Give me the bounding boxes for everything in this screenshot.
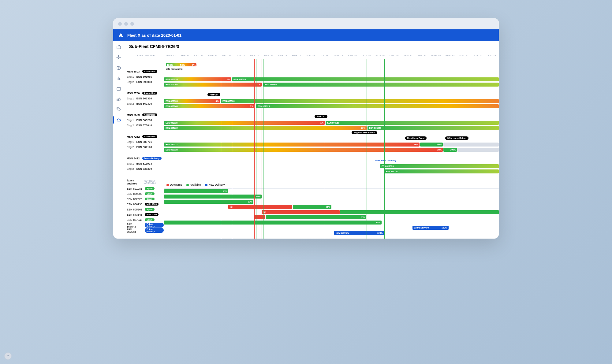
spare-bar[interactable]: 75% [293,205,331,209]
month-label: APR-25 [443,54,457,57]
month-label: SEP-23 [178,54,192,57]
legend-available: Available [190,183,201,186]
engine-bar[interactable]: ESN 8052681% [164,83,262,87]
engine-bar[interactable]: 100% [443,148,457,152]
app-window: Fleet X as of date 2023-01-01 Sub-Fleet … [113,18,499,239]
month-label: MAY-24 [289,54,304,57]
cloud-icon[interactable] [116,117,121,122]
spare-bar[interactable]: 96% [164,195,262,199]
spare-esn: ESN 867543 [127,218,142,221]
msn-name: MSN 5803 [127,70,140,73]
spare-bar[interactable] [340,210,499,214]
spare-bar[interactable]: 92% [164,200,253,204]
traffic-light-min[interactable] [124,22,128,26]
status-badge: Future delivery [145,228,164,233]
legend-0: 0% [192,64,196,66]
globe-icon[interactable] [116,65,121,70]
month-label: DEC-24 [387,54,401,57]
plane-icon[interactable] [116,55,121,60]
month-label: AUG-24 [331,54,345,57]
spare-bar[interactable]: ⊘ [262,210,340,214]
month-label: JUN-25 [471,54,485,57]
chart-icon[interactable] [116,76,121,81]
event-badge: Redelivery Event [405,136,427,140]
engine-bar[interactable]: ESN 838300 [384,169,499,173]
status-badge: Spare [145,187,154,190]
life-gradient-legend: 100% 50% 0% [166,63,196,66]
legend-downtime: Downtime [170,183,182,186]
life-remaining-label: Life remaining [166,68,183,70]
month-label: MAY-25 [457,54,471,57]
spare-esn: ESN 867543 [127,227,142,233]
main-panel: Sub-Fleet CFM56-7B26/3 LATEST ENGINE MSN… [124,41,499,239]
month-label: AUG-23 [164,54,178,57]
svg-rect-0 [117,46,121,49]
spare-esn: ESN 805268 [127,208,142,211]
engine-slot: Eng 1 [127,162,134,165]
engine-bar [457,148,499,152]
engine-slot: Eng 1 [127,75,134,78]
spare-bar[interactable]: 88% [164,221,382,225]
status-badge: Future delivery [145,223,164,228]
status-badge: Assembled [142,113,157,116]
latest-esn: ESN 838300 [136,167,152,170]
event-badge: Part Out [207,93,220,96]
status-badge: Future Delivery [142,157,162,160]
status-badge: Assembled [142,92,157,95]
briefcase-icon[interactable] [116,45,121,50]
engine-bar[interactable]: ESN 801085 [232,77,499,81]
latest-esn: ESN 811993 [136,162,152,165]
msn-name: MSN 5700 [127,92,140,95]
engine-bar[interactable]: ESN 862326 [221,99,499,103]
spare-bar[interactable]: New Delivery100% [334,231,384,235]
engine-slot: Eng 2 [127,80,134,84]
status-badge: Assembled [142,70,157,73]
latest-esn: ESN 801085 [136,75,152,78]
thumbs-up-icon[interactable] [116,97,121,102]
month-label: OCT-24 [359,54,373,57]
month-label: FEB-25 [415,54,429,57]
status-badge: Spare [145,192,154,195]
help-avatar[interactable]: ? [4,352,12,360]
msn-name: MSN 8422 [127,157,140,160]
spare-bar[interactable]: 85% [164,189,228,193]
spare-bar[interactable]: ⊘ [228,205,292,209]
spare-bar[interactable]: Spare Delivery100% [412,226,449,230]
engine-bar[interactable]: ESN 873848 [368,126,499,130]
latest-esn: ESN 885721 [136,140,152,143]
engine-bar[interactable]: ESN 805268 [326,121,499,125]
engine-bar[interactable]: ESN 80572226% [164,126,367,130]
spare-bar[interactable]: 70% [266,215,366,219]
svg-rect-2 [117,87,121,90]
current-assembly-label: CURRENT ASSEMBLY [144,180,161,184]
folder-icon[interactable] [116,86,121,91]
spare-esn: ESN 801085 [127,187,142,190]
engine-bar[interactable]: ESN 83212820% [164,148,443,152]
legend-100: 100% [167,64,173,66]
month-label: NOV-23 [206,54,220,57]
month-label: MAR-24 [262,54,276,57]
traffic-light-max[interactable] [130,22,134,26]
engine-bar[interactable]: ESN 8738483% [164,104,254,108]
engine-bar [443,143,499,147]
latest-esn: ESN 832128 [136,146,152,149]
engine-bar[interactable]: ESN 899008 [263,83,499,87]
engine-bar[interactable]: ESN 8588251% [164,121,325,125]
tag-icon[interactable] [116,107,121,112]
traffic-light-close[interactable] [118,22,122,26]
latest-esn: ESN 862326 [136,102,152,105]
spare-section-title: Spare engines [127,179,140,185]
msn-name: MSN 7282 [127,135,140,138]
latest-esn: ESN 873848 [136,124,152,127]
engine-slot: Eng 2 [127,146,134,149]
status-badge: Assembled [142,135,157,138]
engine-bar[interactable]: 100% [420,143,443,147]
month-axis: AUG-23SEP-23OCT-23NOV-23DEC-23JAN-24FEB-… [164,54,499,57]
subfleet-title: Sub-Fleet CFM56-7B26/3 [124,41,499,52]
legend-new: New Delivery [208,183,225,186]
app-logo-icon [118,32,124,38]
engine-bar[interactable]: ESN 88572119% [164,143,420,147]
engine-bar[interactable]: ESN 811993 [380,164,499,168]
engine-bar[interactable]: ESN 8869033% [164,99,220,103]
engine-bar[interactable]: ESN 862326 [256,104,499,108]
